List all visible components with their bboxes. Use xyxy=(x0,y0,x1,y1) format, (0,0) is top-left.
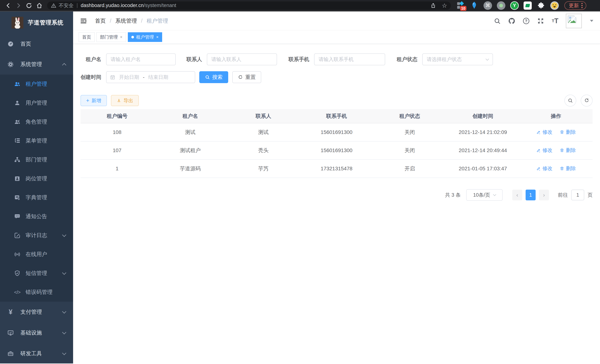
header-search-icon[interactable] xyxy=(494,17,501,25)
url-host[interactable]: dashboard.yudao.iocoder.cn xyxy=(81,3,144,8)
extension-tiles-icon[interactable]: 10 xyxy=(456,1,465,10)
shield-icon xyxy=(14,270,21,277)
sidebar-item-post-management[interactable]: 岗位管理 xyxy=(0,169,73,188)
edit-pen-icon xyxy=(536,130,541,134)
sidebar-item-menu-management[interactable]: 菜单管理 xyxy=(0,131,73,150)
refresh-table-button[interactable] xyxy=(581,95,593,106)
sidebar: 芋道管理系统 首页 系统管理 租户管理 xyxy=(0,11,73,364)
sidebar-item-sms-management[interactable]: 短信管理 xyxy=(0,264,73,283)
fullscreen-icon[interactable] xyxy=(537,17,544,25)
sidebar-item-notice[interactable]: 通知公告 xyxy=(0,207,73,226)
delete-link[interactable]: 删除 xyxy=(560,129,576,135)
omnibox-divider xyxy=(77,3,77,8)
sidebar-item-dept-management[interactable]: 部门管理 xyxy=(0,150,73,169)
share-icon[interactable] xyxy=(430,2,437,9)
add-button[interactable]: + 新增 xyxy=(81,95,107,106)
avatar[interactable] xyxy=(566,14,582,28)
date-start-placeholder: 开始日期 xyxy=(119,74,139,81)
sidebar-item-label: 租户管理 xyxy=(26,80,47,88)
sidebar-collapse-icon[interactable] xyxy=(80,17,87,25)
goto-label: 前往 xyxy=(558,192,568,198)
page-1-button[interactable]: 1 xyxy=(525,190,536,200)
edit-link[interactable]: 修改 xyxy=(536,165,553,172)
close-icon[interactable]: × xyxy=(156,35,159,39)
sidebar-item-online-users[interactable]: 在线用户 xyxy=(0,245,73,264)
help-icon[interactable]: ? xyxy=(523,17,530,25)
profile-avatar-icon[interactable] xyxy=(550,1,559,10)
sidebar-item-system[interactable]: 系统管理 xyxy=(0,54,73,75)
chrome-update-button[interactable]: 更新 xyxy=(564,1,586,10)
sidebar-item-audit-log[interactable]: 审计日志 xyxy=(0,226,73,245)
extension-balloon-icon[interactable] xyxy=(470,1,479,10)
tab-tenant-management[interactable]: 租户管理 × xyxy=(128,32,162,42)
browser-menu-icon[interactable] xyxy=(581,3,582,8)
reset-button[interactable]: 重置 xyxy=(232,71,261,83)
extensions-row: 10 ⌘ Y xyxy=(456,1,559,10)
github-icon[interactable] xyxy=(508,17,516,25)
status-select[interactable]: 请选择租户状态 xyxy=(422,53,493,65)
avatar-caret-icon[interactable] xyxy=(590,20,593,22)
extension-command-icon[interactable]: ⌘ xyxy=(484,1,492,10)
dashboard-icon xyxy=(7,41,14,47)
sidebar-item-role-management[interactable]: 角色管理 xyxy=(0,112,73,131)
users-icon xyxy=(14,81,21,87)
address-bar[interactable]: 不安全 dashboard.yudao.iocoder.cn/system/te… xyxy=(47,1,451,10)
font-size-icon[interactable]: TT xyxy=(551,17,559,25)
contact-input[interactable] xyxy=(207,53,277,65)
extensions-puzzle-icon[interactable] xyxy=(536,1,545,10)
tab-home[interactable]: 首页 xyxy=(79,32,95,42)
browser-home-button[interactable] xyxy=(34,1,45,10)
breadcrumb: 首页 / 系统管理 / 租户管理 xyxy=(95,17,168,25)
goto-page-input[interactable] xyxy=(571,190,584,200)
badge-icon xyxy=(14,175,21,182)
tenant-table: 租户编号 租户名 联系人 联系手机 租户状态 创建时间 操作 108 测试 测试 xyxy=(81,109,593,178)
edit-link[interactable]: 修改 xyxy=(536,147,553,154)
delete-link[interactable]: 删除 xyxy=(560,165,576,172)
chevron-down-icon xyxy=(486,57,489,60)
browser-back-button[interactable] xyxy=(3,1,13,10)
toggle-search-button[interactable] xyxy=(564,95,576,106)
chevron-up-icon xyxy=(62,63,66,67)
sidebar-item-label: 基础设施 xyxy=(20,329,42,336)
page-size-select[interactable]: 10条/页 xyxy=(466,189,503,201)
calendar-icon xyxy=(110,75,115,80)
sidebar-item-user-management[interactable]: 用户管理 xyxy=(0,93,73,112)
sidebar-item-payment-management[interactable]: ¥ 支付管理 xyxy=(0,302,73,322)
browser-forward-button[interactable] xyxy=(13,1,24,10)
prev-page-button[interactable]: ‹ xyxy=(512,190,522,200)
sidebar-item-dict-management[interactable]: 字典管理 xyxy=(0,188,73,207)
edit-link[interactable]: 修改 xyxy=(536,129,553,135)
tab-dept-management[interactable]: 部门管理 × xyxy=(96,32,126,42)
message-bubble-icon xyxy=(14,213,21,220)
status-label: 租户状态 xyxy=(394,56,417,63)
table-header-row: 租户编号 租户名 联系人 联系手机 租户状态 创建时间 操作 xyxy=(81,109,593,123)
sidebar-item-label: 字典管理 xyxy=(26,194,47,201)
export-button[interactable]: 导出 xyxy=(111,95,139,106)
system-submenu: 租户管理 用户管理 角色管理 菜单管理 xyxy=(0,75,73,302)
sidebar-item-dev-tools[interactable]: 研发工具 xyxy=(0,343,73,364)
not-secure-warning-icon xyxy=(51,3,56,8)
security-label[interactable]: 不安全 xyxy=(59,2,74,9)
search-icon xyxy=(205,75,210,80)
bookmark-star-icon[interactable]: ☆ xyxy=(442,2,447,9)
mobile-input[interactable] xyxy=(314,53,385,65)
date-range-picker[interactable]: 开始日期 - 结束日期 xyxy=(106,71,195,83)
tenant-name-input[interactable] xyxy=(106,53,176,65)
sidebar-item-label: 部门管理 xyxy=(26,156,47,163)
search-button[interactable]: 搜索 xyxy=(199,71,228,83)
breadcrumb-home[interactable]: 首页 xyxy=(95,17,106,25)
next-page-button[interactable]: › xyxy=(539,190,549,200)
close-icon[interactable]: × xyxy=(120,35,122,39)
extension-green-doc-icon[interactable] xyxy=(524,1,532,10)
sidebar-item-label: 角色管理 xyxy=(26,118,47,126)
extension-y-icon[interactable]: Y xyxy=(510,1,519,10)
breadcrumb-system[interactable]: 系统管理 xyxy=(115,17,137,25)
browser-reload-button[interactable] xyxy=(24,1,34,10)
sidebar-item-label: 支付管理 xyxy=(20,308,42,316)
sidebar-item-error-code-management[interactable]: </> 错误码管理 xyxy=(0,283,73,302)
extension-record-icon[interactable] xyxy=(497,1,505,10)
sidebar-item-home[interactable]: 首页 xyxy=(0,34,73,54)
sidebar-item-infrastructure[interactable]: 基础设施 xyxy=(0,322,73,343)
sidebar-item-tenant-management[interactable]: 租户管理 xyxy=(0,75,73,93)
delete-link[interactable]: 删除 xyxy=(560,147,576,154)
